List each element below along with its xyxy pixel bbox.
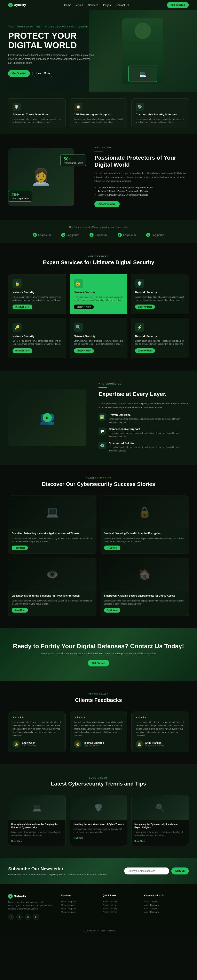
footer-connect-link-0[interactable]: About Company	[144, 900, 189, 904]
service-card-5: ⚡ Network Security Lorem ipsum dolor sit…	[131, 318, 189, 358]
story-image-0: 💻	[8, 496, 96, 528]
service-btn-4[interactable]: Discover More	[74, 348, 94, 353]
testimonial-avatar-1: 👨	[74, 740, 82, 748]
footer-quick-link-1[interactable]: About Company	[103, 904, 136, 907]
service-btn-2[interactable]: Discover More	[135, 304, 155, 309]
social-youtube-icon[interactable]: ▶	[33, 914, 39, 920]
hero-laptop-icon: 💻	[128, 65, 157, 82]
who-discover-button[interactable]: Discover More	[94, 201, 120, 207]
testimonial-role-0: CEO, TechCorp	[22, 745, 36, 746]
logo-icon-0: L	[33, 233, 37, 237]
blog-title-1: Unveiling the Next Generation of Cyber T…	[73, 823, 124, 826]
hero-get-started-button[interactable]: Get Started	[8, 70, 30, 77]
blog-btn-2[interactable]: Read More	[135, 840, 145, 842]
nav-contact[interactable]: Contact Us	[116, 3, 129, 6]
who-description: Lorem ipsum dolor sit amet, consectetur …	[94, 171, 189, 183]
testimonial-card-2: ★★★★★ Lorem ipsum dolor sit amet consect…	[131, 711, 189, 752]
blog-card-1: 🛡️ Unveiling the Next Generation of Cybe…	[70, 795, 127, 846]
service-btn-5[interactable]: Discover More	[135, 348, 155, 353]
footer-services-link-1[interactable]: About Company	[61, 904, 94, 907]
story-btn-0[interactable]: Read More	[12, 546, 28, 550]
testimonial-author-2: 👩‍💼 Anna Franklin Director, CyberShield	[136, 740, 184, 748]
testimonials-grid: ★★★★★ Lorem ipsum dolor sit amet consect…	[8, 711, 189, 752]
play-button[interactable]: ▶	[43, 413, 52, 422]
nav-pages[interactable]: Pages	[103, 3, 111, 6]
logo-icon-4: L	[146, 233, 150, 237]
why-point-desc-2: Lorem ipsum dolor sit amet consectetur a…	[109, 445, 189, 452]
stories-title: Discover Our Cybersecurity Success Stori…	[8, 481, 189, 487]
footer-services-link-0[interactable]: About Company	[61, 900, 94, 904]
story-btn-1[interactable]: Read More	[104, 546, 120, 550]
hero-buttons: Get Started Learn More	[8, 70, 94, 77]
testimonial-author-0: 👩 Emily Chen CEO, TechCorp	[13, 740, 61, 748]
service-title-4: Network Security	[74, 335, 123, 338]
story-btn-2[interactable]: Read More	[12, 608, 28, 612]
logo-icon-2: L	[90, 233, 94, 237]
nav-cta-button[interactable]: Get Started	[167, 2, 189, 8]
why-point-title-2: Customized Solution	[109, 442, 189, 445]
why-image-wrap: ▶	[8, 389, 90, 446]
social-facebook-icon[interactable]: f	[8, 914, 14, 920]
cta-button[interactable]: Get Started	[88, 660, 109, 667]
stories-grid: 💻 Guardian: Defending Networks Against A…	[8, 496, 189, 616]
newsletter-content: Subscribe Our Newsletter Lorem ipsum dol…	[8, 866, 118, 876]
testimonial-author-info-1: Thomas Edwards CTO, SecureNet	[83, 741, 104, 746]
newsletter-email-input[interactable]	[124, 867, 169, 875]
hero-learn-more-button[interactable]: Learn More	[32, 70, 54, 77]
service-icon-4: 🔍	[74, 323, 83, 332]
blog-btn-1[interactable]: Read More	[73, 837, 83, 839]
nav-about[interactable]: About	[76, 3, 83, 6]
service-btn-1[interactable]: Discover More	[74, 304, 94, 309]
feature-icon-1: ⏰	[74, 103, 82, 111]
feature-icon-0: 🛡️	[13, 103, 21, 111]
service-title-2: Network Security	[135, 291, 184, 294]
logo-label-1: Logipsum	[66, 234, 79, 237]
story-content-1: Sentinel: Securing Data with Ironclad En…	[101, 528, 189, 554]
footer-services-link-3[interactable]: About Company	[61, 910, 94, 914]
newsletter-signup-button[interactable]: Sign Up	[171, 867, 189, 875]
footer-quick-link-0[interactable]: About Company	[103, 900, 136, 904]
footer-services-link-2[interactable]: About Company	[61, 907, 94, 910]
footer-connect-link-1[interactable]: About Company	[144, 904, 189, 907]
footer-connect-link-3[interactable]: About Company	[144, 910, 189, 914]
who-label: Who We Are	[94, 146, 189, 149]
logo-icon-1: L	[61, 233, 65, 237]
story-content-0: Guardian: Defending Networks Against Adv…	[8, 528, 96, 554]
nav-home[interactable]: Home	[64, 3, 71, 6]
blog-content-0: How Xyberty's Innovations Are Shaping th…	[8, 820, 66, 846]
feature-desc-0: Lorem ipsum dolor sit amet consectetur a…	[13, 118, 61, 124]
story-content-3: SafeHaven: Creating Secure Environments …	[101, 591, 189, 616]
blog-card-0: 💻 How Xyberty's Innovations Are Shaping …	[8, 795, 66, 846]
blog-desc-1: Lorem ipsum dolor sit amet consectetur a…	[73, 827, 124, 834]
social-linkedin-icon[interactable]: in	[25, 914, 31, 920]
story-desc-2: Lorem ipsum dolor sit amet consectetur a…	[12, 599, 93, 605]
service-title-1: Network Security	[74, 291, 123, 294]
story-title-0: Guardian: Defending Networks Against Adv…	[12, 532, 93, 535]
blog-btn-0[interactable]: Read More	[11, 840, 22, 842]
story-desc-3: Lorem ipsum dolor sit amet consectetur a…	[104, 599, 185, 605]
services-section: Our Services Expert Services for Ultimat…	[0, 243, 197, 371]
service-card-3: 🔑 Network Security Lorem ipsum dolor sit…	[8, 318, 66, 358]
logos-section: The Choice of World-Class Innovators and…	[0, 220, 197, 243]
stories-header: Success Stories Discover Our Cybersecuri…	[8, 477, 189, 487]
newsletter-desc: Lorem ipsum dolor sit amet consectetur a…	[8, 873, 118, 876]
service-btn-3[interactable]: Discover More	[13, 348, 32, 353]
testimonials-label: Testimonials	[8, 693, 189, 695]
logo-item-1: L Logipsum	[61, 233, 79, 237]
service-btn-0[interactable]: Discover More	[13, 304, 32, 309]
service-desc-3: Lorem ipsum dolor sit amet consectetur a…	[13, 339, 62, 345]
story-btn-3[interactable]: Read More	[104, 608, 120, 612]
hero-figure: 💻	[122, 18, 163, 84]
social-twitter-icon[interactable]: t	[16, 914, 22, 920]
footer-grid: X Xyberty Lorem ipsum dolor sit amet, co…	[8, 894, 189, 920]
logo-label-0: Logipsum	[38, 234, 51, 237]
footer-connect-link-2[interactable]: About Company	[144, 907, 189, 910]
who-title: Passionate Protectors of Your Digital Wo…	[94, 154, 189, 168]
hero-image-placeholder: 💻	[89, 10, 197, 92]
nav-services[interactable]: Services	[88, 3, 98, 6]
footer-bottom: © 2024 Xyberty. All Rights Reserved.	[8, 926, 189, 932]
logo-label-3: Logipsum	[123, 234, 136, 237]
who-point-1: Advance & Monitor Optimal Cybersecurity …	[94, 189, 189, 193]
footer-quick-link-2[interactable]: About Company	[103, 907, 136, 910]
footer-quick-link-3[interactable]: About Company	[103, 910, 136, 914]
